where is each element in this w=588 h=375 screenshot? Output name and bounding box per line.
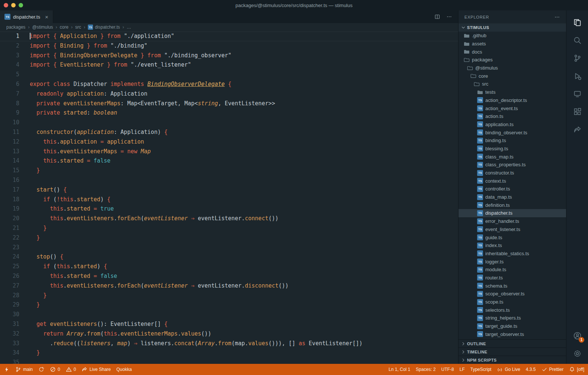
- code-line[interactable]: 19 this.started = true: [0, 204, 458, 214]
- tree-item-assets[interactable]: assets: [458, 40, 566, 48]
- code-line[interactable]: 24 stop() {: [0, 252, 458, 262]
- live-share-icon[interactable]: [568, 121, 586, 138]
- split-editor-icon[interactable]: [434, 14, 440, 20]
- status-go-live[interactable]: Go Live: [497, 366, 520, 372]
- tree-item-constructor-ts[interactable]: TSconstructor.ts: [458, 169, 566, 177]
- tree-item-dispatcher-ts[interactable]: TSdispatcher.ts: [458, 209, 566, 217]
- status-0[interactable]: 0: [66, 366, 76, 372]
- tree-item-definition-ts[interactable]: TSdefinition.ts: [458, 201, 566, 209]
- tree-item-binding-observer-ts[interactable]: TSbinding_observer.ts: [458, 128, 566, 137]
- search-icon[interactable]: [568, 31, 586, 49]
- tree-item-src[interactable]: src: [458, 80, 566, 88]
- status-live-share[interactable]: Live Share: [82, 366, 111, 372]
- code-line[interactable]: 29 }: [0, 300, 458, 310]
- breadcrumb-item[interactable]: core: [60, 25, 68, 30]
- section-timeline[interactable]: TIMELINE: [458, 347, 566, 356]
- code-line[interactable]: 27 this.eventListeners.forEach(eventList…: [0, 281, 458, 291]
- code-line[interactable]: 14 this.started = false: [0, 156, 458, 166]
- tree-item-scope-observer-ts[interactable]: TSscope_observer.ts: [458, 290, 566, 298]
- more-actions-icon[interactable]: [446, 14, 452, 20]
- tree-item-blessing-ts[interactable]: TSblessing.ts: [458, 145, 566, 153]
- explorer-more-actions-icon[interactable]: [554, 14, 560, 20]
- status-utf-8[interactable]: UTF-8: [441, 367, 454, 372]
- code-line[interactable]: 2import { Binding } from "./binding": [0, 41, 458, 51]
- code-line[interactable]: 23: [0, 243, 458, 253]
- section-stimulus[interactable]: STIMULUS: [458, 23, 566, 32]
- account-icon[interactable]: 1: [568, 327, 586, 344]
- status-4-3-5[interactable]: 4.3.5: [526, 367, 536, 372]
- status-spaces-2[interactable]: Spaces: 2: [416, 367, 435, 372]
- breadcrumb-item[interactable]: src: [75, 25, 81, 30]
- code-line[interactable]: 11 constructor(application: Application)…: [0, 128, 458, 137]
- code-line[interactable]: 15 }: [0, 166, 458, 176]
- code-line[interactable]: 13 this.eventListenerMaps = new Map: [0, 147, 458, 157]
- files-icon[interactable]: [568, 13, 586, 31]
- tree-item-string-helpers-ts[interactable]: TSstring_helpers.ts: [458, 314, 566, 322]
- section-npm-scripts[interactable]: NPM SCRIPTS: [458, 356, 566, 364]
- code-line[interactable]: 33 .reduce((listeners, map) ⇒ listeners.…: [0, 339, 458, 349]
- code-line[interactable]: 1import { Application } from "./applicat…: [0, 32, 458, 41]
- tree-item-module-ts[interactable]: TSmodule.ts: [458, 266, 566, 274]
- code-line[interactable]: 32 return Array.from(this.eventListenerM…: [0, 329, 458, 339]
- tree-item-data-map-ts[interactable]: TSdata_map.ts: [458, 193, 566, 201]
- code-line[interactable]: 34 }: [0, 348, 458, 358]
- code-line[interactable]: 30: [0, 310, 458, 320]
- status-lf[interactable]: LF: [460, 367, 465, 372]
- code-editor[interactable]: 1import { Application } from "./applicat…: [0, 31, 458, 364]
- remote-explorer-icon[interactable]: [568, 85, 586, 103]
- tree-item-action-descriptor-ts[interactable]: TSaction_descriptor.ts: [458, 96, 566, 105]
- tree-item-tests[interactable]: tests: [458, 88, 566, 96]
- status-0[interactable]: 0: [50, 366, 60, 372]
- source-control-icon[interactable]: [568, 49, 586, 67]
- code-line[interactable]: 7 readonly application: Application: [0, 89, 458, 99]
- code-line[interactable]: 16: [0, 176, 458, 185]
- section-outline[interactable]: OUTLINE: [458, 339, 566, 347]
- code-line[interactable]: 10: [0, 118, 458, 128]
- extensions-icon[interactable]: [568, 103, 586, 121]
- tree-item-guide-ts[interactable]: TSguide.ts: [458, 233, 566, 241]
- status-sync-icon[interactable]: [38, 366, 44, 372]
- tree-item-event-listener-ts[interactable]: TSevent_listener.ts: [458, 225, 566, 234]
- tree-item-docs[interactable]: docs: [458, 48, 566, 56]
- breadcrumb-item[interactable]: TSdispatcher.ts: [88, 25, 120, 30]
- code-line[interactable]: 9 private started: boolean: [0, 108, 458, 118]
- tree-item-controller-ts[interactable]: TScontroller.ts: [458, 185, 566, 193]
- tree-item-target-guide-ts[interactable]: TStarget_guide.ts: [458, 322, 566, 330]
- code-line[interactable]: 28 }: [0, 291, 458, 301]
- settings-gear-icon[interactable]: [568, 344, 586, 362]
- tree-item-inheritable-statics-ts[interactable]: TSinheritable_statics.ts: [458, 250, 566, 258]
- code-line[interactable]: 4import { EventListener } from "./event_…: [0, 60, 458, 70]
- code-line[interactable]: 25 if (this.started) {: [0, 262, 458, 272]
- status-ln-1-col-1[interactable]: Ln 1, Col 1: [389, 367, 410, 372]
- code-line[interactable]: 6export class Dispatcher implements Bind…: [0, 80, 458, 89]
- tree-item-index-ts[interactable]: TSindex.ts: [458, 241, 566, 250]
- code-line[interactable]: 17 start() {: [0, 185, 458, 195]
- code-line[interactable]: 26 this.started = false: [0, 272, 458, 281]
- tree-item-router-ts[interactable]: TSrouter.ts: [458, 274, 566, 282]
- breadcrumb-item[interactable]: @stimulus: [32, 25, 53, 30]
- code-line[interactable]: 3import { BindingObserverDelegate } from…: [0, 51, 458, 61]
- tab-close-icon[interactable]: ×: [45, 14, 48, 20]
- code-line[interactable]: 18 if (!this.started) {: [0, 195, 458, 205]
- status-quokka[interactable]: Quokka: [116, 367, 132, 372]
- tree-item-context-ts[interactable]: TScontext.ts: [458, 177, 566, 185]
- tree-item-action-event-ts[interactable]: TSaction_event.ts: [458, 104, 566, 112]
- breadcrumb-item[interactable]: …: [127, 25, 131, 30]
- code-line[interactable]: 5: [0, 70, 458, 80]
- tree-item-application-ts[interactable]: TSapplication.ts: [458, 121, 566, 129]
- code-line[interactable]: 31 get eventListeners(): EventListener[]…: [0, 320, 458, 329]
- status--off-[interactable]: [off]: [569, 366, 584, 372]
- breadcrumb-item[interactable]: packages: [6, 25, 25, 30]
- tree-item-selectors-ts[interactable]: TSselectors.ts: [458, 306, 566, 314]
- status-main[interactable]: main: [15, 366, 33, 372]
- tree-item-packages[interactable]: packages: [458, 56, 566, 64]
- tree-item-target-observer-ts[interactable]: TStarget_observer.ts: [458, 330, 566, 338]
- close-window-button[interactable]: [4, 3, 8, 7]
- code-line[interactable]: 12 this.application = application: [0, 137, 458, 147]
- code-line[interactable]: 22 }: [0, 233, 458, 243]
- code-line[interactable]: 35: [0, 358, 458, 364]
- tree-item-class-properties-ts[interactable]: TSclass_properties.ts: [458, 161, 566, 169]
- editor-tab[interactable]: TSdispatcher.ts×: [0, 10, 53, 23]
- code-line[interactable]: 8 private eventListenerMaps: Map<EventTa…: [0, 99, 458, 109]
- status-lightning-icon[interactable]: [4, 366, 10, 372]
